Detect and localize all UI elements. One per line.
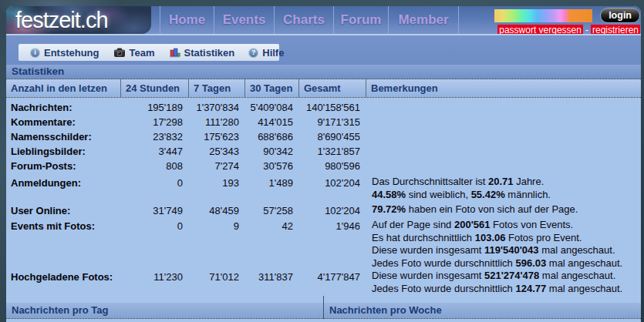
login-button[interactable]: login: [600, 8, 640, 23]
row-value: 195'189: [121, 100, 189, 115]
column-header-bemerkungen: Bemerkungen: [366, 79, 641, 97]
row-value: 1'321'857: [299, 144, 366, 159]
site-logo[interactable]: festzeit.ch: [6, 6, 151, 34]
row-remark: [366, 144, 641, 159]
row-label: Forum-Posts:: [6, 159, 121, 173]
row-remark: Auf der Page sind 200'561 Fotos von Even…: [366, 219, 641, 270]
table-row: User Online:31'74948'45957'258102'20479.…: [6, 203, 641, 218]
section-title-nachrichten-pro-woche: Nachrichten pro Woche: [324, 303, 641, 319]
row-remark: [366, 159, 641, 173]
row-value: 1'370'834: [189, 100, 245, 115]
help-icon: ?: [248, 48, 258, 58]
section-title-nachrichten-pro-tag: Nachrichten pro Tag: [6, 303, 323, 319]
nav-label: Events: [223, 12, 266, 28]
site-header: festzeit.ch Home Events Charts Forum Mem…: [6, 6, 641, 34]
table-body: Nachrichten:195'1891'370'8345'409'084140…: [6, 100, 641, 295]
nav-item-member[interactable]: Member: [388, 6, 458, 34]
row-value: 0: [121, 176, 189, 201]
row-value: 9'171'315: [299, 115, 366, 129]
row-value: 25'343: [189, 144, 245, 159]
row-value: 11'230: [121, 270, 189, 295]
row-value: 102'204: [299, 203, 366, 218]
row-remark: [366, 115, 641, 129]
column-divider: [323, 296, 324, 319]
info-icon: i: [30, 48, 40, 58]
column-header-7-tagen: 7 Tagen: [189, 79, 245, 97]
row-label: Hochgeladene Fotos:: [6, 270, 121, 295]
nav-label: Member: [398, 12, 448, 28]
row-remark: Das Durchschnittsalter ist 20.71 Jahre.4…: [366, 176, 641, 201]
row-value: 3'447: [121, 144, 189, 159]
row-value: 688'686: [245, 129, 299, 144]
main-nav: Home Events Charts Forum Member: [160, 6, 459, 34]
row-value: 311'837: [245, 270, 299, 295]
nav-label: Forum: [341, 12, 382, 28]
nav-label: Home: [169, 12, 205, 28]
row-value: 71'012: [189, 270, 245, 295]
row-value: 414'015: [245, 115, 299, 129]
section-title-statistiken: Statistiken: [6, 65, 641, 79]
row-label: Lieblingsbilder:: [6, 144, 121, 159]
row-value: 1'946: [299, 219, 366, 270]
stats-icon: [169, 47, 180, 58]
row-value: 30'576: [245, 159, 299, 173]
auth-area: login passwort vergessen - registrieren: [494, 6, 641, 34]
row-value: 7'274: [189, 159, 245, 173]
table-row: Namensschilder:23'832175'623688'6868'690…: [6, 129, 641, 144]
row-value: 9: [189, 219, 245, 270]
toolbar-strip: i Entstehung Team Statistiken ?: [19, 44, 279, 61]
row-value: 1'489: [245, 176, 299, 201]
toolbar-label: Entstehung: [44, 47, 99, 59]
row-value: 193: [189, 176, 245, 201]
row-value: 5'409'084: [245, 100, 299, 115]
table-row: Events mit Fotos:09421'946Auf der Page s…: [6, 219, 641, 270]
table-row: Kommentare:17'298111'280414'0159'171'315: [6, 115, 641, 129]
nav-item-events[interactable]: Events: [214, 6, 274, 34]
row-label: Events mit Fotos:: [6, 219, 121, 270]
row-remark: [366, 100, 641, 115]
row-value: 808: [121, 159, 189, 173]
toolbar-label: Statistiken: [184, 47, 235, 59]
rainbow-banner: [494, 9, 592, 22]
table-row: Lieblingsbilder:3'44725'34390'3421'321'8…: [6, 144, 641, 159]
row-value: 8'690'455: [299, 129, 366, 144]
auth-top-row: login: [494, 8, 640, 23]
row-value: 31'749: [121, 203, 189, 218]
toolbar-item-statistiken[interactable]: Statistiken: [162, 47, 242, 59]
nav-item-forum[interactable]: Forum: [333, 6, 388, 34]
nav-item-charts[interactable]: Charts: [274, 6, 333, 34]
row-value: 48'459: [189, 203, 245, 218]
row-value: 102'204: [299, 176, 366, 201]
row-value: 23'832: [121, 129, 189, 144]
row-label: User Online:: [6, 203, 121, 218]
bottom-sections: Nachrichten pro Tag Nachrichten pro Woch…: [6, 303, 641, 319]
row-value: 42: [245, 219, 299, 270]
toolbar-label: Hilfe: [262, 47, 284, 59]
row-remark: [366, 129, 641, 144]
table-row: Forum-Posts:8087'27430'576980'596: [6, 159, 641, 173]
row-remark: 79.72% haben ein Foto von sich auf der P…: [366, 203, 641, 218]
content-panel: festzeit.ch Home Events Charts Forum Mem…: [6, 6, 641, 322]
page-background: festzeit.ch Home Events Charts Forum Mem…: [0, 0, 644, 322]
table-row: Hochgeladene Fotos:11'23071'012311'8374'…: [6, 270, 641, 295]
row-remark: Diese wurden insgesamt 521'274'478 mal a…: [366, 270, 641, 295]
toolbar-item-hilfe[interactable]: ? Hilfe: [241, 47, 291, 59]
table-header: Anzahl in den letzen 24 Stunden 7 Tagen …: [6, 79, 641, 98]
toolbar-item-entstehung[interactable]: i Entstehung: [23, 47, 106, 59]
row-value: 90'342: [245, 144, 299, 159]
column-header-gesamt: Gesamt: [299, 79, 366, 97]
row-value: 980'596: [299, 159, 366, 173]
toolbar-item-team[interactable]: Team: [106, 47, 162, 59]
nav-label: Charts: [283, 12, 325, 28]
row-value: 4'177'847: [299, 270, 366, 295]
nav-separator: [458, 6, 459, 34]
nav-item-home[interactable]: Home: [160, 6, 214, 34]
row-label: Kommentare:: [6, 115, 121, 129]
row-value: 57'258: [245, 203, 299, 218]
table-row: Nachrichten:195'1891'370'8345'409'084140…: [6, 100, 641, 115]
row-label: Nachrichten:: [6, 100, 121, 115]
column-header-24-stunden: 24 Stunden: [121, 79, 189, 97]
camera-icon: [113, 47, 126, 58]
row-value: 111'280: [189, 115, 245, 129]
row-label: Namensschilder:: [6, 129, 121, 144]
